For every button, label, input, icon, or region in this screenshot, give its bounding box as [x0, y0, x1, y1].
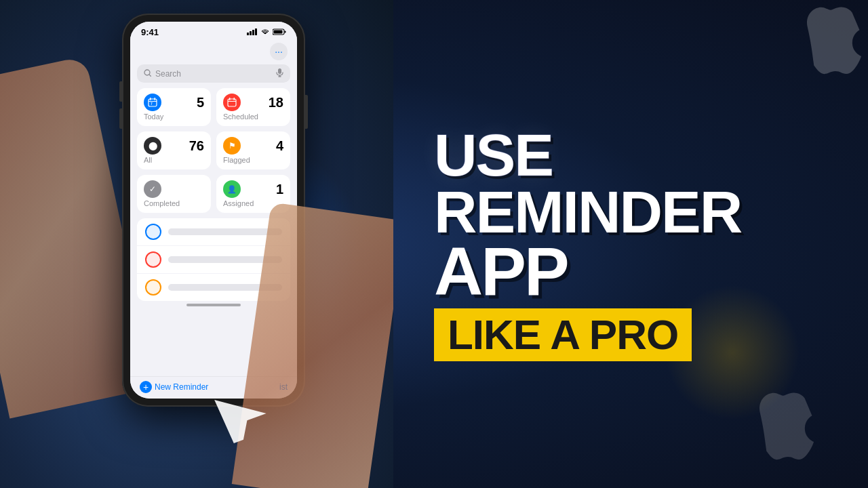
like-a-pro-text: LIKE A PRO: [448, 311, 678, 358]
app-header: ···: [130, 40, 297, 64]
battery-icon: [273, 28, 286, 37]
reminder-text-1: [168, 228, 282, 235]
scheduled-count: 18: [269, 95, 283, 110]
volume-down-button: [119, 108, 122, 129]
svg-line-8: [149, 75, 151, 77]
svg-rect-20: [228, 101, 236, 102]
left-section: 9:41: [0, 0, 393, 488]
svg-rect-2: [252, 30, 254, 35]
svg-rect-15: [149, 101, 157, 102]
flagged-label: Flagged: [223, 156, 283, 164]
svg-text:7: 7: [151, 102, 153, 106]
ellipsis-button[interactable]: ···: [270, 43, 288, 60]
reminder-circle-3: [145, 279, 161, 296]
signal-icon: [247, 28, 258, 37]
svg-rect-3: [255, 28, 257, 35]
home-indicator: [186, 304, 241, 306]
today-icon: 7: [144, 94, 161, 111]
today-label: Today: [144, 113, 204, 121]
flagged-icon: ⚑: [223, 137, 241, 155]
mic-icon: [276, 68, 283, 79]
status-time: 9:41: [141, 27, 159, 37]
flagged-card[interactable]: ⚑ 4 Flagged: [216, 131, 290, 169]
completed-card[interactable]: ✓ Completed: [137, 175, 211, 213]
svg-rect-12: [149, 99, 157, 106]
completed-icon: ✓: [144, 180, 161, 198]
today-count: 5: [197, 95, 204, 110]
all-label: All: [144, 156, 204, 164]
search-bar[interactable]: Search: [137, 64, 290, 83]
completed-label: Completed: [144, 199, 204, 207]
reminder-circle-2: [145, 251, 161, 268]
status-bar: 9:41: [130, 22, 297, 40]
flagged-count: 4: [276, 138, 283, 154]
all-icon: ⬤: [144, 137, 161, 155]
today-card[interactable]: 7 5 Today: [137, 88, 211, 126]
status-icons: [247, 28, 286, 37]
headline-use: USE: [434, 127, 741, 184]
svg-rect-17: [228, 99, 236, 106]
like-a-pro-banner: LIKE A PRO: [434, 308, 692, 361]
svg-rect-0: [247, 33, 249, 35]
scheduled-label: Scheduled: [223, 113, 283, 121]
volume-up-button: [119, 81, 122, 102]
svg-rect-1: [250, 31, 252, 35]
assigned-icon: 👤: [223, 180, 241, 198]
reminder-circle-1: [145, 224, 161, 240]
all-card[interactable]: ⬤ 76 All: [137, 131, 211, 169]
svg-rect-9: [278, 68, 281, 74]
scheduled-icon: [223, 94, 241, 111]
glow-yellow: [665, 285, 800, 420]
assigned-count: 1: [276, 182, 283, 197]
svg-rect-5: [285, 30, 286, 33]
smart-lists-grid: 7 5 Today: [130, 88, 297, 218]
new-reminder-button[interactable]: + New Reminder: [140, 381, 208, 393]
headline-reminder: REMINDER: [434, 184, 741, 241]
svg-rect-6: [274, 30, 283, 33]
search-icon: [144, 69, 151, 78]
add-reminder-icon: +: [140, 381, 152, 393]
all-count: 76: [189, 138, 204, 154]
search-placeholder-text: Search: [155, 69, 272, 79]
power-button: [305, 95, 308, 129]
svg-rect-13: [150, 98, 151, 100]
svg-rect-19: [234, 98, 235, 100]
svg-rect-14: [155, 98, 156, 100]
scheduled-card[interactable]: 18 Scheduled: [216, 88, 290, 126]
wifi-icon: [260, 28, 270, 37]
svg-rect-18: [229, 98, 231, 100]
